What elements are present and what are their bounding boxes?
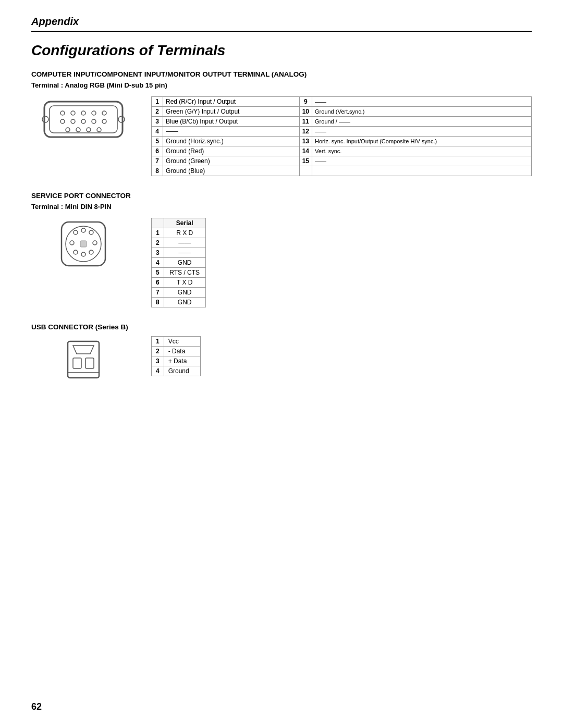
usb-area: 1Vcc2- Data3+ Data4Ground: [31, 336, 532, 383]
analog-pin-desc2: ——: [312, 127, 532, 137]
svg-point-10: [92, 119, 96, 124]
analog-pin-desc: ——: [163, 127, 300, 137]
analog-pin-num: 2: [152, 107, 163, 117]
analog-pin-num: 3: [152, 117, 163, 127]
svg-point-21: [81, 228, 85, 232]
page-title: Configurations of Terminals: [31, 42, 532, 59]
analog-pin-desc2: ——: [312, 156, 532, 166]
svg-point-13: [76, 128, 80, 132]
svg-point-8: [71, 119, 75, 124]
serial-pin-num: 2: [152, 238, 164, 248]
svg-point-9: [81, 119, 85, 124]
serial-pin-num: 5: [152, 268, 164, 278]
usb-pin-row: 3+ Data: [152, 356, 201, 366]
serial-table-wrapper: Serial 1R X D2——3——4GND5RTS / CTS6T X D7…: [151, 218, 206, 307]
analog-pin-num2: [299, 166, 312, 176]
analog-pin-desc: Ground (Green): [163, 156, 300, 166]
svg-point-23: [70, 241, 74, 245]
usb-connector-svg: [60, 336, 107, 383]
usb-pin-table: 1Vcc2- Data3+ Data4Ground: [151, 336, 201, 376]
analog-pin-row: 4——12——: [152, 127, 532, 137]
serial-pin-val: ——: [164, 238, 205, 248]
analog-pin-num: 1: [152, 97, 163, 107]
usb-connector-diagram: [31, 336, 136, 383]
analog-pin-desc: Ground (Blue): [163, 166, 300, 176]
serial-pin-num: 3: [152, 248, 164, 258]
analog-pin-row: 2Green (G/Y) Input / Output10Ground (Ver…: [152, 107, 532, 117]
usb-pin-row: 4Ground: [152, 366, 201, 376]
svg-point-22: [89, 230, 93, 235]
analog-pin-desc2: Ground / ——: [312, 117, 532, 127]
appendix-title: Appendix: [31, 16, 79, 27]
analog-pin-num2: 15: [299, 156, 312, 166]
usb-pin-val: Vcc: [164, 337, 200, 347]
serial-pin-row: 7GND: [152, 288, 206, 298]
serial-pin-row: 4GND: [152, 258, 206, 268]
serial-pin-row: 1R X D: [152, 228, 206, 238]
analog-pin-desc: Green (G/Y) Input / Output: [163, 107, 300, 117]
dsub-connector-diagram: [31, 96, 136, 143]
svg-point-6: [102, 111, 106, 115]
serial-pin-num: 7: [152, 288, 164, 298]
page-number: 62: [31, 701, 42, 712]
analog-pin-desc2: Vert. sync.: [312, 146, 532, 156]
usb-pin-num: 1: [152, 337, 164, 347]
analog-pin-row: 5Ground (Horiz.sync.)13Horiz. sync. Inpu…: [152, 137, 532, 146]
appendix-header: Appendix: [31, 16, 532, 32]
svg-point-14: [87, 128, 91, 132]
serial-pin-row: 2——: [152, 238, 206, 248]
serial-pin-num: 1: [152, 228, 164, 238]
service-sub-heading: Terminal : Mini DIN 8-PIN: [31, 203, 532, 211]
analog-pin-desc: Red (R/Cr) Input / Output: [163, 97, 300, 107]
analog-pin-num2: 13: [299, 137, 312, 146]
svg-point-11: [102, 119, 106, 124]
usb-pin-num: 4: [152, 366, 164, 376]
svg-rect-32: [85, 358, 94, 368]
svg-point-26: [81, 252, 85, 256]
analog-pin-num2: 12: [299, 127, 312, 137]
usb-heading: USB CONNECTOR (Series B): [31, 323, 532, 331]
serial-pin-val: GND: [164, 288, 205, 298]
svg-point-4: [81, 111, 85, 115]
svg-point-16: [42, 116, 48, 122]
analog-pin-desc2: [312, 166, 532, 176]
analog-terminal-area: 1Red (R/Cr) Input / Output9——2Green (G/Y…: [31, 96, 532, 176]
usb-pin-num: 3: [152, 356, 164, 366]
svg-point-27: [89, 250, 93, 254]
serial-table: Serial 1R X D2——3——4GND5RTS / CTS6T X D7…: [151, 218, 206, 307]
svg-rect-31: [73, 358, 81, 368]
analog-pin-row: 8Ground (Blue): [152, 166, 532, 176]
analog-pin-desc: Blue (B/Cb) Input / Output: [163, 117, 300, 127]
analog-pin-num: 6: [152, 146, 163, 156]
usb-table-wrapper: 1Vcc2- Data3+ Data4Ground: [151, 336, 201, 376]
analog-pin-row: 3Blue (B/Cb) Input / Output11Ground / ——: [152, 117, 532, 127]
analog-section-heading: COMPUTER INPUT/COMPONENT INPUT/MONITOR O…: [31, 70, 532, 78]
service-area: Serial 1R X D2——3——4GND5RTS / CTS6T X D7…: [31, 218, 532, 307]
analog-pin-table: 1Red (R/Cr) Input / Output9——2Green (G/Y…: [151, 96, 532, 176]
serial-pin-val: T X D: [164, 278, 205, 288]
svg-point-12: [66, 128, 70, 132]
svg-point-7: [60, 119, 65, 124]
serial-pin-num: 8: [152, 298, 164, 307]
analog-pin-num: 4: [152, 127, 163, 137]
analog-pin-desc: Ground (Horiz.sync.): [163, 137, 300, 146]
serial-pin-val: GND: [164, 298, 205, 307]
analog-pin-row: 6Ground (Red)14Vert. sync.: [152, 146, 532, 156]
svg-rect-28: [80, 241, 87, 247]
usb-pin-val: - Data: [164, 347, 200, 356]
svg-point-20: [74, 230, 78, 235]
analog-pin-desc2: ——: [312, 97, 532, 107]
serial-pin-row: 3——: [152, 248, 206, 258]
serial-col-header: Serial: [164, 218, 205, 228]
svg-point-3: [71, 111, 75, 115]
mini-din-svg: [57, 218, 109, 270]
usb-pin-num: 2: [152, 347, 164, 356]
analog-sub-heading: Terminal : Analog RGB (Mini D-sub 15 pin…: [31, 81, 532, 89]
analog-pin-desc2: Ground (Vert.sync.): [312, 107, 532, 117]
svg-point-17: [118, 116, 125, 122]
service-port-section: SERVICE PORT CONNECTOR Terminal : Mini D…: [31, 192, 532, 307]
serial-pin-row: 5RTS / CTS: [152, 268, 206, 278]
svg-point-5: [92, 111, 96, 115]
svg-point-2: [60, 111, 65, 115]
analog-pin-num: 8: [152, 166, 163, 176]
